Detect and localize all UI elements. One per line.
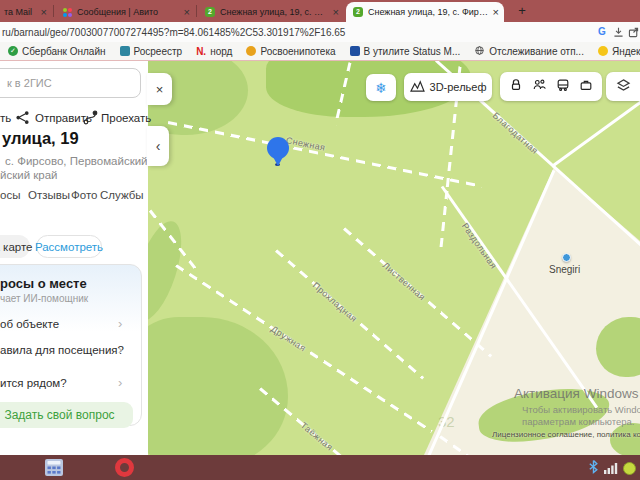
street-label: Лиственная xyxy=(381,260,428,302)
route-icon[interactable] xyxy=(83,110,98,127)
windows-taskbar xyxy=(0,455,640,480)
save-button-partial[interactable]: ть xyxy=(0,112,11,124)
bookmark-sberbank[interactable]: ✓Сбербанк Онлайн xyxy=(8,46,106,57)
road-connector xyxy=(439,190,448,248)
place-address-line2: йский край xyxy=(0,169,58,181)
view-button[interactable]: Рассмотреть xyxy=(36,235,102,258)
street-label: Благодатная xyxy=(491,110,540,156)
close-icon[interactable]: × xyxy=(184,6,190,18)
tab-photos[interactable]: Фото xyxy=(71,189,97,201)
tab-avito[interactable]: Сообщения | Авито × xyxy=(56,2,195,22)
globe-icon xyxy=(474,45,485,58)
tab-separator xyxy=(53,5,54,17)
share-page-icon[interactable] xyxy=(627,25,640,43)
tab-title: Снежная улица, 19, с. Фирсово xyxy=(368,7,489,17)
bookmarks-bar: ✓Сбербанк Онлайн Росреестр N.норд Росвое… xyxy=(0,42,640,61)
close-icon: × xyxy=(156,82,164,97)
opera-icon[interactable] xyxy=(115,458,134,477)
map-canvas[interactable]: Снежная Лиственная Прохладная Дружная Та… xyxy=(148,61,640,455)
download-icon[interactable] xyxy=(612,25,625,43)
street-label: Таёжная xyxy=(299,420,335,453)
new-tab-button[interactable]: + xyxy=(512,2,532,20)
google-extension-icon[interactable]: G xyxy=(598,26,606,37)
ask-question-button[interactable]: Задать свой вопрос xyxy=(0,402,133,428)
on-map-button[interactable]: а карте xyxy=(0,235,30,258)
sberbank-icon: ✓ xyxy=(8,46,18,56)
winter-mode-button[interactable]: ❄ xyxy=(366,74,396,101)
license-link[interactable]: Лицензионное соглашение, политика ко xyxy=(492,430,640,439)
tab-questions-partial[interactable]: осы xyxy=(0,189,20,201)
bookmark-yandex-realty[interactable]: Яндекс недвижим... xyxy=(598,46,640,57)
share-icon[interactable] xyxy=(15,110,30,127)
windows-watermark-title: Активация Windows xyxy=(514,386,638,401)
street-label: Прохладная xyxy=(311,280,359,324)
bluetooth-icon[interactable] xyxy=(588,459,599,478)
card-subtitle: чает ИИ-помощник xyxy=(0,293,88,304)
chevron-right-icon: › xyxy=(118,342,122,357)
street-label: Дружная xyxy=(269,324,307,354)
road-branch xyxy=(551,98,640,168)
system-tray xyxy=(588,459,636,478)
rosreestr-icon xyxy=(120,46,130,56)
tab-separator xyxy=(196,5,197,17)
status-icon xyxy=(350,46,360,56)
bookmark-status[interactable]: В утилите Status M... xyxy=(350,46,461,57)
tab-mail[interactable]: та Mail × xyxy=(0,2,52,22)
street-label: Раздольная xyxy=(460,221,499,270)
map-pin[interactable] xyxy=(267,137,289,159)
attractions-icon[interactable] xyxy=(509,78,523,96)
tab-2gis-active[interactable]: 2 Снежная улица, 19, с. Фирсово × xyxy=(346,2,504,22)
yandex-icon xyxy=(598,46,608,56)
forest-patch xyxy=(148,317,288,455)
close-icon[interactable]: × xyxy=(493,6,499,18)
snegiri-poi-icon[interactable] xyxy=(562,253,571,262)
chevron-right-icon: › xyxy=(118,375,122,390)
relief-3d-button[interactable]: 3D-рельеф xyxy=(404,73,492,101)
tab-title: Снежная улица, 19, с. Фирсово xyxy=(220,7,329,17)
place-title: улица, 19 xyxy=(2,129,79,148)
antivirus-tray-icon[interactable] xyxy=(623,462,636,475)
card-title: росы о месте xyxy=(0,276,87,291)
question-item[interactable]: об объекте xyxy=(0,318,59,330)
network-signal-icon[interactable] xyxy=(604,460,618,478)
question-item[interactable]: ится рядом? xyxy=(0,377,67,389)
close-icon[interactable]: × xyxy=(333,6,339,18)
address-bar: ru/barnaul/geo/70030077007274495?m=84.06… xyxy=(0,22,640,42)
search-input[interactable] xyxy=(0,68,141,98)
panel-collapse-button[interactable]: ‹ xyxy=(147,126,169,166)
transport-icon[interactable] xyxy=(556,78,570,96)
road-snezhnaya xyxy=(168,121,482,188)
bookmark-tracking[interactable]: Отслеживание отп... xyxy=(474,45,584,58)
bookmark-nord[interactable]: N.норд xyxy=(196,46,232,57)
2gis-favicon: 2 xyxy=(353,7,363,17)
tab-services[interactable]: Службы xyxy=(100,189,144,201)
question-item[interactable]: авила для посещения? xyxy=(0,344,124,356)
snegiri-poi-label[interactable]: Snegiri xyxy=(549,264,580,275)
relief-icon xyxy=(410,78,425,96)
panel-close-button[interactable]: × xyxy=(147,73,172,105)
bookmark-rosvoenipoteka[interactable]: Росвоенипотека xyxy=(246,46,335,57)
tab-title: та Mail xyxy=(4,7,37,17)
browser-tab-bar: та Mail × Сообщения | Авито × 2 Снежная … xyxy=(0,0,640,22)
2gis-favicon: 2 xyxy=(205,7,215,17)
tab-title: Сообщения | Авито xyxy=(77,7,180,17)
screen: та Mail × Сообщения | Авито × 2 Снежная … xyxy=(0,0,640,480)
layers-icon xyxy=(616,78,631,96)
layers-button[interactable] xyxy=(606,72,640,101)
bookmark-rosreestr[interactable]: Росреестр xyxy=(120,46,183,57)
friends-icon[interactable] xyxy=(532,78,547,96)
place-address-line1: с. Фирсово, Первомайский xyxy=(5,155,148,167)
calculator-icon[interactable] xyxy=(45,459,63,480)
url-field[interactable]: ru/barnaul/geo/70030077007274495?m=84.06… xyxy=(2,27,345,38)
tab-reviews[interactable]: Отзывы xyxy=(28,189,70,201)
work-icon[interactable] xyxy=(579,78,593,96)
chevron-right-icon: › xyxy=(118,316,122,331)
rosvoenipoteka-icon xyxy=(246,46,256,56)
nord-icon: N. xyxy=(196,46,206,56)
avito-favicon xyxy=(63,8,72,17)
close-icon[interactable]: × xyxy=(41,6,47,18)
windows-watermark-line: Чтобы активировать Windo xyxy=(522,404,640,415)
snowflake-icon: ❄ xyxy=(375,80,387,96)
route-button[interactable]: Проехать xyxy=(101,112,151,124)
tab-2gis-1[interactable]: 2 Снежная улица, 19, с. Фирсово × xyxy=(198,2,344,22)
